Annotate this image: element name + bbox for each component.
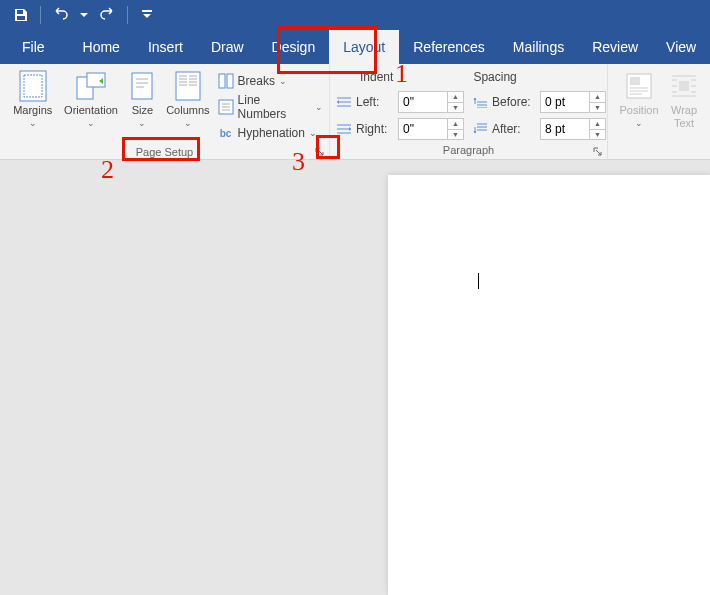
spacing-after-icon xyxy=(472,123,488,135)
indent-right-value[interactable] xyxy=(399,119,447,139)
redo-icon[interactable] xyxy=(95,2,121,28)
spacing-after-value[interactable] xyxy=(541,119,589,139)
orientation-icon xyxy=(75,70,107,102)
position-label: Position xyxy=(619,104,658,117)
tab-draw[interactable]: Draw xyxy=(197,30,258,64)
svg-rect-14 xyxy=(679,81,689,91)
position-button: Position ⌄ xyxy=(614,68,664,128)
indent-right-input[interactable]: ▲▼ xyxy=(398,118,464,140)
line-numbers-label: Line Numbers xyxy=(238,93,311,121)
tab-review[interactable]: Review xyxy=(578,30,652,64)
group-paragraph: Indent Spacing Left: ▲▼ Right: xyxy=(330,64,608,159)
margins-icon xyxy=(17,70,49,102)
hyphenation-button[interactable]: bc Hyphenation ⌄ xyxy=(218,122,323,144)
indent-left-label: Left: xyxy=(356,95,394,109)
spin-down-icon[interactable]: ▼ xyxy=(590,130,605,140)
spacing-heading: Spacing xyxy=(473,68,516,86)
spin-up-icon[interactable]: ▲ xyxy=(590,92,605,103)
size-button[interactable]: Size ⌄ xyxy=(123,68,163,128)
undo-dropdown-icon[interactable] xyxy=(77,2,91,28)
indent-heading: Indent xyxy=(360,68,393,86)
wrap-text-icon xyxy=(668,70,700,102)
chevron-down-icon: ⌄ xyxy=(279,76,287,86)
svg-rect-0 xyxy=(17,10,23,14)
wrap-text-button: Wrap Text xyxy=(664,68,704,130)
svg-rect-7 xyxy=(132,73,152,99)
columns-icon xyxy=(172,70,204,102)
tab-file[interactable]: File xyxy=(8,30,59,64)
group-page-setup: Margins ⌄ Orientation ⌄ Size ⌄ xyxy=(0,64,330,159)
svg-rect-1 xyxy=(17,16,25,20)
undo-icon[interactable] xyxy=(47,2,73,28)
spacing-before-label: Before: xyxy=(492,95,536,109)
line-numbers-button[interactable]: Line Numbers ⌄ xyxy=(218,96,323,118)
chevron-down-icon: ⌄ xyxy=(29,118,37,128)
quick-access-toolbar xyxy=(0,0,710,30)
customize-qat-icon[interactable] xyxy=(134,2,160,28)
indent-left-value[interactable] xyxy=(399,92,447,112)
columns-button[interactable]: Columns ⌄ xyxy=(162,68,213,128)
svg-rect-2 xyxy=(142,10,152,12)
tab-view[interactable]: View xyxy=(652,30,710,64)
group-label-paragraph: Paragraph xyxy=(330,141,607,159)
spin-up-icon[interactable]: ▲ xyxy=(448,92,463,103)
orientation-label: Orientation xyxy=(64,104,118,117)
svg-rect-13 xyxy=(630,77,640,85)
page-setup-dialog-launcher[interactable] xyxy=(313,145,327,159)
columns-label: Columns xyxy=(166,104,209,117)
hyphenation-label: Hyphenation xyxy=(238,126,305,140)
chevron-down-icon: ⌄ xyxy=(635,118,643,128)
indent-right-row: Right: ▲▼ xyxy=(336,117,464,141)
spacing-before-value[interactable] xyxy=(541,92,589,112)
chevron-down-icon: ⌄ xyxy=(315,102,323,112)
tab-insert[interactable]: Insert xyxy=(134,30,197,64)
spacing-before-input[interactable]: ▲▼ xyxy=(540,91,606,113)
chevron-down-icon: ⌄ xyxy=(87,118,95,128)
ribbon: Margins ⌄ Orientation ⌄ Size ⌄ xyxy=(0,64,710,160)
indent-left-icon xyxy=(336,96,352,108)
group-label-page-setup: Page Setup xyxy=(0,144,329,159)
spacing-after-label: After: xyxy=(492,122,536,136)
separator xyxy=(127,6,128,24)
save-icon[interactable] xyxy=(8,2,34,28)
spacing-after-row: After: ▲▼ xyxy=(472,117,606,141)
tab-layout[interactable]: Layout xyxy=(329,30,399,64)
tab-references[interactable]: References xyxy=(399,30,499,64)
group-arrange: Position ⌄ Wrap Text xyxy=(608,64,710,159)
spin-up-icon[interactable]: ▲ xyxy=(448,119,463,130)
line-numbers-icon xyxy=(218,99,234,115)
separator xyxy=(40,6,41,24)
ribbon-tabs: File Home Insert Draw Design Layout Refe… xyxy=(0,30,710,64)
hyphenation-icon: bc xyxy=(218,125,234,141)
chevron-down-icon: ⌄ xyxy=(138,118,146,128)
breaks-icon xyxy=(218,73,234,89)
size-label: Size xyxy=(132,104,153,117)
spacing-before-row: Before: ▲▼ xyxy=(472,90,606,114)
margins-label: Margins xyxy=(13,104,52,117)
margins-button[interactable]: Margins ⌄ xyxy=(6,68,59,128)
indent-right-label: Right: xyxy=(356,122,394,136)
tab-home[interactable]: Home xyxy=(69,30,134,64)
wrap-text-label: Wrap Text xyxy=(671,104,697,130)
indent-left-row: Left: ▲▼ xyxy=(336,90,464,114)
spin-down-icon[interactable]: ▼ xyxy=(448,103,463,113)
text-cursor xyxy=(478,273,479,289)
tab-design[interactable]: Design xyxy=(258,30,330,64)
svg-rect-10 xyxy=(227,74,233,88)
position-icon xyxy=(623,70,655,102)
chevron-down-icon: ⌄ xyxy=(309,128,317,138)
paragraph-dialog-launcher[interactable] xyxy=(591,145,605,159)
spin-down-icon[interactable]: ▼ xyxy=(590,103,605,113)
tab-mailings[interactable]: Mailings xyxy=(499,30,578,64)
indent-right-icon xyxy=(336,123,352,135)
orientation-button[interactable]: Orientation ⌄ xyxy=(59,68,122,128)
spin-down-icon[interactable]: ▼ xyxy=(448,130,463,140)
indent-left-input[interactable]: ▲▼ xyxy=(398,91,464,113)
breaks-button[interactable]: Breaks ⌄ xyxy=(218,70,323,92)
breaks-label: Breaks xyxy=(238,74,275,88)
document-page[interactable] xyxy=(388,175,710,595)
spin-up-icon[interactable]: ▲ xyxy=(590,119,605,130)
spacing-after-input[interactable]: ▲▼ xyxy=(540,118,606,140)
size-icon xyxy=(126,70,158,102)
chevron-down-icon: ⌄ xyxy=(184,118,192,128)
